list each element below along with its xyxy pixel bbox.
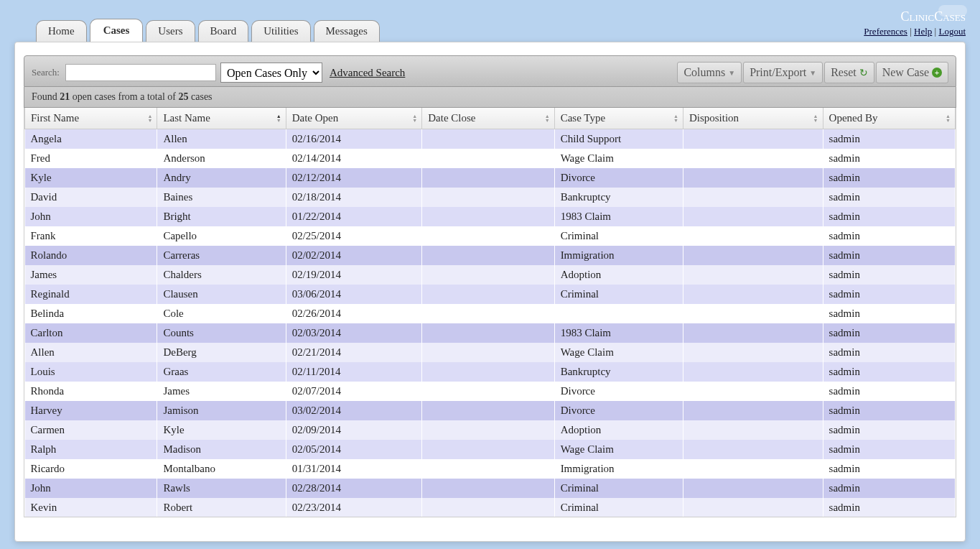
table-row[interactable]: FrankCapello02/25/2014Criminalsadmin [25, 226, 956, 246]
table-row[interactable]: ReginaldClausen03/06/2014Criminalsadmin [25, 285, 956, 304]
plus-icon: + [932, 68, 942, 78]
col-opened-by[interactable]: Opened By▲▼ [823, 108, 955, 129]
col-first-name[interactable]: First Name▲▼ [25, 108, 157, 129]
results-count: 21 [60, 91, 70, 102]
sort-icon: ▲▼ [147, 114, 152, 123]
logout-link[interactable]: Logout [938, 26, 966, 37]
table-body: AngelaAllen02/16/2014Child Supportsadmin… [25, 129, 956, 517]
main-panel: Search: Open Cases Only Advanced Search … [14, 42, 966, 542]
table-row[interactable]: CarmenKyle02/09/2014Adoptionsadmin [25, 420, 956, 440]
results-summary: Found 21 open cases from a total of 25 c… [24, 87, 956, 108]
table-header-row: First Name▲▼Last Name▲▼Date Open▲▼Date C… [25, 108, 956, 129]
chevron-down-icon: ▼ [809, 69, 816, 77]
table-row[interactable]: HarveyJamison03/02/2014Divorcesadmin [25, 401, 956, 420]
tab-cases[interactable]: Cases [90, 19, 144, 42]
col-date-open[interactable]: Date Open▲▼ [286, 108, 422, 129]
cloud-icon [938, 5, 967, 17]
table-row[interactable]: CarltonCounts02/03/20141983 Claimsadmin [25, 323, 956, 343]
table-row[interactable]: RolandoCarreras02/02/2014Immigrationsadm… [25, 246, 956, 265]
reset-button[interactable]: Reset ↻ [824, 62, 874, 83]
sort-icon: ▲▼ [813, 114, 818, 123]
table-row[interactable]: LouisGraas02/11/2014Bankruptcysadmin [25, 362, 956, 382]
nav-tabs: HomeCasesUsersBoardUtilitiesMessages [36, 19, 380, 42]
cases-table-scroll[interactable]: First Name▲▼Last Name▲▼Date Open▲▼Date C… [24, 108, 956, 517]
sort-icon: ▲▼ [673, 114, 678, 123]
tab-board[interactable]: Board [198, 20, 249, 42]
print-export-button[interactable]: Print/Export ▼ [743, 62, 823, 83]
col-disposition[interactable]: Disposition▲▼ [683, 108, 823, 129]
table-row[interactable]: JohnBright01/22/20141983 Claimsadmin [25, 207, 956, 226]
col-case-type[interactable]: Case Type▲▼ [554, 108, 683, 129]
columns-label: Columns [683, 66, 725, 79]
col-date-close[interactable]: Date Close▲▼ [422, 108, 554, 129]
case-filter-select[interactable]: Open Cases Only [220, 63, 322, 83]
table-row[interactable]: JohnRawls02/28/2014Criminalsadmin [25, 479, 956, 498]
new-case-button[interactable]: New Case + [876, 62, 948, 83]
table-row[interactable]: RhondaJames02/07/2014Divorcesadmin [25, 382, 956, 401]
help-link[interactable]: Help [914, 26, 932, 37]
toolbar-left: Search: Open Cases Only Advanced Search [32, 63, 405, 83]
cases-table: First Name▲▼Last Name▲▼Date Open▲▼Date C… [24, 108, 956, 517]
table-row[interactable]: DavidBaines02/18/2014Bankruptcysadmin [25, 188, 956, 207]
table-row[interactable]: AngelaAllen02/16/2014Child Supportsadmin [25, 129, 956, 149]
header-bar: HomeCasesUsersBoardUtilitiesMessages Cli… [0, 0, 980, 42]
advanced-search-link[interactable]: Advanced Search [330, 67, 405, 79]
print-export-label: Print/Export [750, 66, 806, 79]
new-case-label: New Case [882, 66, 929, 79]
tab-home[interactable]: Home [36, 20, 87, 42]
table-row[interactable]: RicardoMontalbano01/31/2014Immigrationsa… [25, 459, 956, 479]
search-input[interactable] [65, 64, 216, 81]
preferences-link[interactable]: Preferences [864, 26, 907, 37]
refresh-icon: ↻ [859, 67, 868, 79]
results-total: 25 [179, 91, 189, 102]
table-row[interactable]: KyleAndry02/12/2014Divorcesadmin [25, 168, 956, 188]
tab-messages[interactable]: Messages [314, 20, 380, 42]
tab-users[interactable]: Users [146, 20, 195, 42]
search-label: Search: [32, 67, 60, 78]
cases-table-wrap: First Name▲▼Last Name▲▼Date Open▲▼Date C… [24, 108, 956, 517]
tab-utilities[interactable]: Utilities [251, 20, 310, 42]
chevron-down-icon: ▼ [728, 69, 735, 77]
header-right: ClinicCases Preferences | Help | Logout [864, 9, 966, 42]
toolbar-right: Columns ▼ Print/Export ▼ Reset ↻ New Cas… [677, 62, 948, 83]
sort-icon: ▲▼ [276, 114, 281, 123]
table-row[interactable]: JamesChalders02/19/2014Adoptionsadmin [25, 265, 956, 285]
columns-button[interactable]: Columns ▼ [677, 62, 742, 83]
sort-icon: ▲▼ [946, 114, 951, 123]
toolbar: Search: Open Cases Only Advanced Search … [24, 55, 956, 87]
app-logo: ClinicCases [901, 9, 966, 24]
table-row[interactable]: FredAnderson02/14/2014Wage Claimsadmin [25, 149, 956, 168]
sort-icon: ▲▼ [412, 114, 417, 123]
logo-text-a: Clinic [901, 9, 935, 24]
table-row[interactable]: AllenDeBerg02/21/2014Wage Claimsadmin [25, 343, 956, 362]
table-row[interactable]: KevinRobert02/23/2014Criminalsadmin [25, 498, 956, 517]
col-last-name[interactable]: Last Name▲▼ [157, 108, 286, 129]
table-row[interactable]: RalphMadison02/05/2014Wage Claimsadmin [25, 440, 956, 459]
table-row[interactable]: BelindaCole02/26/2014sadmin [25, 304, 956, 323]
header-links: Preferences | Help | Logout [864, 26, 966, 37]
sort-icon: ▲▼ [545, 114, 550, 123]
reset-label: Reset [831, 66, 857, 79]
